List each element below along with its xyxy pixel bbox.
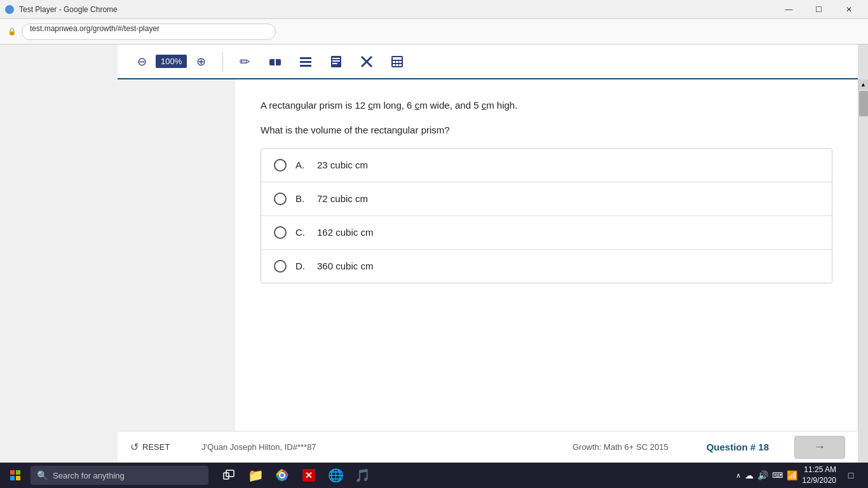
question-left-spacer: [0, 79, 118, 431]
choice-a[interactable]: A. 23 cubic cm: [261, 149, 832, 182]
calculator-tool-button[interactable]: [386, 50, 409, 73]
lock-icon: 🔒: [8, 27, 17, 36]
svg-rect-2: [300, 57, 311, 59]
choice-b[interactable]: B. 72 cubic cm: [261, 182, 832, 216]
task-view-button[interactable]: [216, 463, 241, 488]
network-icon[interactable]: ☁: [745, 470, 754, 480]
choices-container: A. 23 cubic cm B. 72 cubic cm C. 162 cub…: [261, 148, 832, 283]
scrollbar-bottom: [858, 431, 868, 463]
pen-tool-button[interactable]: ✏: [233, 50, 256, 73]
taskbar-globe[interactable]: 🌐: [323, 463, 348, 488]
url-input[interactable]: test.mapnwea.org/growth/#/test-player: [22, 24, 276, 40]
toolbar-divider-1: [222, 52, 223, 71]
choice-d-text: 360 cubic cm: [317, 261, 373, 271]
system-clock[interactable]: 11:25 AM 12/9/2020: [803, 464, 836, 486]
svg-rect-8: [332, 63, 337, 64]
choice-c-radio[interactable]: [274, 226, 287, 239]
svg-rect-21: [10, 476, 15, 480]
svg-point-27: [280, 473, 284, 477]
svg-rect-15: [399, 61, 402, 63]
keyboard-icon[interactable]: ⌨: [772, 471, 783, 480]
svg-rect-24: [226, 470, 234, 477]
chevron-up-icon[interactable]: ∧: [736, 471, 741, 480]
svg-rect-13: [393, 61, 395, 63]
search-box[interactable]: 🔍 Search for anything: [31, 466, 208, 485]
question-number: Question # 18: [707, 442, 769, 452]
wifi-icon[interactable]: 📶: [787, 470, 797, 480]
taskbar-icons: 📁 ✕ 🌐 🎵: [211, 463, 731, 488]
maximize-button[interactable]: ☐: [804, 0, 833, 19]
choice-b-letter: B.: [295, 193, 308, 204]
svg-rect-3: [300, 61, 311, 63]
svg-rect-14: [396, 61, 398, 63]
address-bar: 🔒 test.mapnwea.org/growth/#/test-player: [0, 19, 868, 44]
svg-rect-19: [10, 470, 15, 475]
volume-icon[interactable]: 🔊: [757, 470, 768, 480]
choice-c[interactable]: C. 162 cubic cm: [261, 216, 832, 250]
choice-b-text: 72 cubic cm: [317, 193, 368, 204]
close-button[interactable]: ✕: [834, 0, 863, 19]
choice-d-radio[interactable]: [274, 260, 287, 273]
choice-c-letter: C.: [295, 227, 308, 238]
minimize-button[interactable]: —: [775, 0, 803, 19]
choice-b-radio[interactable]: [274, 193, 287, 205]
notification-button[interactable]: □: [841, 466, 860, 485]
zoom-out-button[interactable]: ⊖: [130, 50, 153, 73]
bookmark-tool-button[interactable]: [325, 50, 348, 73]
clock-date: 12/9/2020: [803, 475, 836, 486]
zoom-value: 100%: [156, 55, 187, 68]
zoom-in-button[interactable]: ⊕: [189, 50, 212, 73]
search-placeholder: Search for anything: [53, 471, 125, 480]
svg-rect-22: [16, 476, 20, 480]
footer-left-spacer: [0, 431, 118, 463]
next-button[interactable]: →: [794, 436, 845, 459]
choice-c-text: 162 cubic cm: [317, 227, 373, 238]
scroll-up-arrow[interactable]: ▲: [858, 79, 869, 90]
taskbar: 🔍 Search for anything 📁 ✕ 🌐 🎵: [0, 463, 868, 488]
lines-tool-button[interactable]: [294, 50, 317, 73]
question-prompt: What is the volume of the rectangular pr…: [261, 125, 832, 135]
start-button[interactable]: [3, 463, 28, 488]
test-info: Growth: Math 6+ SC 2015: [573, 442, 668, 452]
scrollbar-top: [858, 44, 868, 79]
choice-a-letter: A.: [295, 159, 308, 170]
svg-rect-4: [300, 65, 311, 67]
svg-rect-7: [332, 60, 340, 62]
crossout-tool-button[interactable]: [355, 50, 378, 73]
search-icon: 🔍: [37, 470, 48, 480]
choice-d-letter: D.: [295, 261, 308, 271]
svg-rect-17: [396, 64, 398, 66]
next-arrow-icon: →: [814, 440, 825, 454]
svg-rect-16: [393, 64, 395, 66]
svg-rect-1: [275, 59, 276, 65]
bottom-bar: ↺ RESET J'Quan Joseph Hilton, ID#***87 G…: [118, 431, 858, 463]
taskbar-right: ∧ ☁ 🔊 ⌨ 📶 11:25 AM 12/9/2020 □: [731, 464, 865, 486]
taskbar-file-explorer[interactable]: 📁: [243, 463, 268, 488]
choice-a-radio[interactable]: [274, 159, 287, 172]
student-info: J'Quan Joseph Hilton, ID#***87: [182, 442, 560, 452]
taskbar-music[interactable]: 🎵: [349, 463, 375, 488]
reset-icon: ↺: [130, 441, 139, 453]
taskbar-chrome[interactable]: [269, 463, 295, 488]
system-tray: ∧ ☁ 🔊 ⌨ 📶: [736, 470, 797, 480]
question-area: A rectangular prism is 12 cm long, 6 cm …: [235, 79, 858, 431]
scroll-thumb[interactable]: [859, 91, 868, 116]
main-content: ⊖ 100% ⊕ ✏: [0, 44, 868, 463]
title-bar: Test Player - Google Chrome — ☐ ✕: [0, 0, 868, 19]
choice-d[interactable]: D. 360 cubic cm: [261, 250, 832, 283]
toolbar-left-spacer: [0, 44, 118, 79]
eraser-tool-button[interactable]: [264, 50, 287, 73]
taskbar-red-x[interactable]: ✕: [296, 463, 322, 488]
question-stem: A rectangular prism is 12 cm long, 6 cm …: [261, 98, 832, 113]
clock-time: 11:25 AM: [803, 464, 836, 475]
svg-rect-12: [393, 57, 402, 60]
reset-button[interactable]: ↺ RESET: [130, 441, 170, 453]
chrome-icon: [5, 5, 14, 14]
svg-rect-18: [399, 64, 402, 66]
reset-label: RESET: [142, 442, 170, 452]
scrollbar[interactable]: ▲: [858, 79, 868, 431]
choice-a-text: 23 cubic cm: [317, 159, 368, 170]
zoom-control: ⊖ 100% ⊕: [130, 50, 212, 73]
toolbar: ⊖ 100% ⊕ ✏: [118, 44, 858, 79]
window-title: Test Player - Google Chrome: [19, 5, 118, 14]
